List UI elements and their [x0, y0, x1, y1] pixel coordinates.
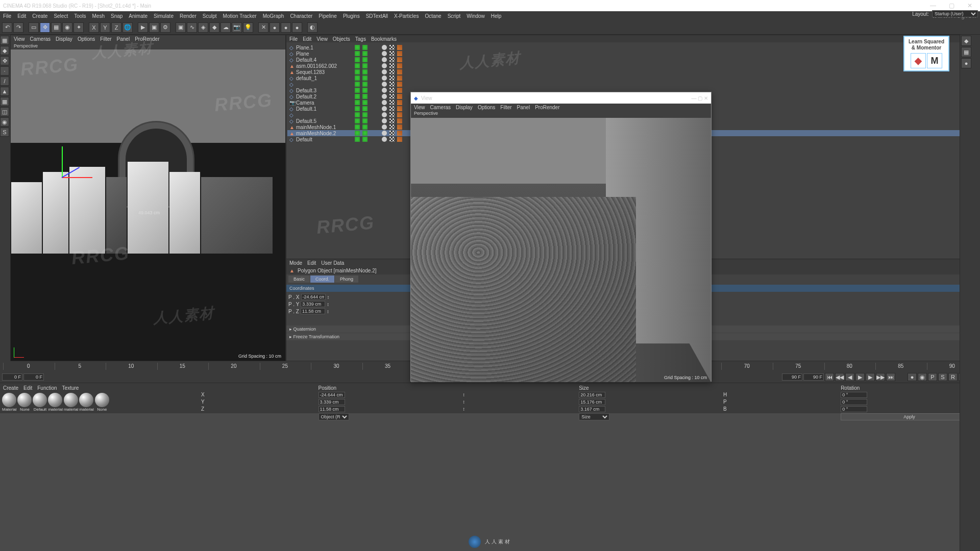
- vp-menu-item[interactable]: View: [14, 36, 25, 42]
- texture-tag-icon[interactable]: [389, 131, 395, 136]
- menu-item[interactable]: Sculpt: [203, 13, 217, 19]
- visibility-render-dot[interactable]: [362, 124, 368, 130]
- layer-dot[interactable]: [382, 69, 387, 74]
- texture-tag-icon[interactable]: [389, 69, 395, 74]
- phong-tag-icon[interactable]: [397, 124, 402, 130]
- layer-dot[interactable]: [382, 124, 387, 130]
- start-frame-field[interactable]: [2, 373, 22, 381]
- workplane-icon[interactable]: ◫: [0, 107, 9, 116]
- material-ball[interactable]: [33, 393, 47, 407]
- visibility-render-dot[interactable]: [362, 63, 368, 68]
- layer-dot[interactable]: [382, 88, 387, 93]
- render-region-icon[interactable]: ▣: [149, 22, 159, 33]
- menu-item[interactable]: Script: [448, 13, 461, 19]
- layer-dot[interactable]: [382, 106, 387, 111]
- visibility-editor-dot[interactable]: [355, 106, 360, 111]
- object-row[interactable]: ▲ Sequel.1283: [287, 69, 978, 75]
- attr-menu-item[interactable]: User Data: [321, 260, 344, 266]
- menu-item[interactable]: Select: [54, 13, 68, 19]
- timeline-tick[interactable]: 15: [157, 363, 208, 370]
- layer-dot[interactable]: [382, 112, 387, 117]
- fv-menu-item[interactable]: View: [414, 105, 425, 110]
- prev-key-icon[interactable]: ◀◀: [835, 373, 844, 381]
- snap-settings-icon[interactable]: S: [0, 128, 9, 137]
- axis-z-icon[interactable]: Z: [111, 22, 121, 33]
- layer-dot[interactable]: [382, 51, 387, 56]
- coord-field[interactable]: [301, 308, 325, 314]
- layer-dot[interactable]: [382, 57, 387, 62]
- xparticles-icon[interactable]: ✕: [258, 22, 268, 33]
- fv-menu-item[interactable]: Display: [456, 105, 473, 110]
- object-row[interactable]: ◇ Default.4: [287, 57, 978, 63]
- size-y-field[interactable]: [579, 399, 605, 405]
- fv-menu-item[interactable]: Filter: [500, 105, 511, 110]
- object-row[interactable]: ◇ default_1: [287, 75, 978, 81]
- menu-item[interactable]: Tools: [74, 13, 86, 19]
- visibility-editor-dot[interactable]: [355, 45, 360, 50]
- phong-tag-icon[interactable]: [397, 82, 402, 87]
- visibility-render-dot[interactable]: [362, 106, 368, 111]
- mat-menu-item[interactable]: Texture: [62, 385, 79, 391]
- object-row[interactable]: ▲ asm.0011662.002: [287, 63, 978, 69]
- menu-item[interactable]: Plugins: [343, 13, 360, 19]
- phong-tag-icon[interactable]: [397, 118, 402, 123]
- visibility-render-dot[interactable]: [362, 76, 368, 81]
- vp-menu-item[interactable]: Panel: [117, 36, 130, 42]
- tab-coord[interactable]: Coord.: [310, 276, 334, 283]
- layer-dot[interactable]: [382, 118, 387, 123]
- visibility-editor-dot[interactable]: [355, 88, 360, 93]
- phong-tag-icon[interactable]: [397, 76, 402, 81]
- generator-icon[interactable]: ◈: [198, 22, 208, 33]
- texture-tag-icon[interactable]: [389, 63, 395, 68]
- model-mode-icon[interactable]: ▦: [0, 36, 9, 45]
- fv-menu-item[interactable]: Options: [478, 105, 495, 110]
- viewport-canvas[interactable]: 49.043 cm Grid Spacing : 10 cm: [11, 49, 285, 361]
- polygon-mode-icon[interactable]: ▲: [0, 87, 9, 96]
- point-mode-icon[interactable]: ·: [0, 66, 9, 76]
- om-menu-item[interactable]: Tags: [355, 36, 366, 42]
- visibility-editor-dot[interactable]: [355, 118, 360, 123]
- close-icon[interactable]: ✕: [963, 2, 977, 9]
- phong-tag-icon[interactable]: [397, 57, 402, 62]
- maximize-icon[interactable]: ▢: [698, 95, 702, 101]
- rot-h-field[interactable]: [841, 392, 867, 398]
- visibility-render-dot[interactable]: [362, 51, 368, 56]
- visibility-editor-dot[interactable]: [355, 137, 360, 142]
- visibility-render-dot[interactable]: [362, 69, 368, 74]
- om-menu-item[interactable]: Edit: [303, 36, 311, 42]
- attr-menu-item[interactable]: Edit: [307, 260, 316, 266]
- vp-menu-item[interactable]: Options: [78, 36, 95, 42]
- visibility-render-dot[interactable]: [362, 118, 368, 123]
- visibility-editor-dot[interactable]: [355, 76, 360, 81]
- coord-field[interactable]: [301, 294, 326, 300]
- menu-item[interactable]: X-Particles: [394, 13, 419, 19]
- pos-z-field[interactable]: [318, 406, 345, 412]
- menu-item[interactable]: Motion Tracker: [223, 13, 257, 19]
- palette-icon[interactable]: ●: [961, 58, 971, 68]
- layer-dot[interactable]: [382, 131, 387, 136]
- material-ball[interactable]: [95, 393, 109, 407]
- material-ball[interactable]: [2, 393, 16, 407]
- menu-item[interactable]: Edit: [17, 13, 26, 19]
- menu-item[interactable]: Help: [491, 13, 502, 19]
- world-icon[interactable]: 🌐: [122, 22, 133, 33]
- texture-tag-icon[interactable]: [389, 100, 395, 105]
- texture-tag-icon[interactable]: [389, 88, 395, 93]
- visibility-editor-dot[interactable]: [355, 112, 360, 117]
- goto-start-icon[interactable]: ⏮: [825, 373, 834, 381]
- layer-dot[interactable]: [382, 82, 387, 87]
- visibility-editor-dot[interactable]: [355, 94, 360, 99]
- vp-menu-item[interactable]: Display: [56, 36, 72, 42]
- visibility-editor-dot[interactable]: [355, 100, 360, 105]
- rot-b-field[interactable]: [841, 406, 867, 412]
- select-tool-icon[interactable]: ▭: [29, 22, 39, 33]
- attr-menu-item[interactable]: Mode: [289, 260, 302, 266]
- rotate-tool-icon[interactable]: ◉: [62, 22, 72, 33]
- phong-tag-icon[interactable]: [397, 63, 402, 68]
- axis-y-icon[interactable]: Y: [100, 22, 110, 33]
- timeline-tick[interactable]: 20: [208, 363, 259, 370]
- environment-icon[interactable]: ☁: [220, 22, 231, 33]
- xp-tool-icon[interactable]: ●: [281, 22, 291, 33]
- texture-mode-icon[interactable]: ▦: [0, 97, 9, 106]
- material-ball[interactable]: [79, 393, 93, 407]
